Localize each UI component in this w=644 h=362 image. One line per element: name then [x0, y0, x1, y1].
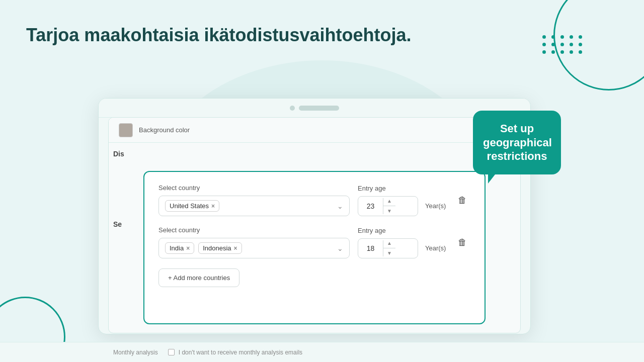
country-tag-us: United States ×: [165, 200, 219, 212]
color-swatch[interactable]: [119, 123, 133, 137]
age-input-1: 23 ▲ ▼: [358, 196, 418, 216]
monthly-analysis-label: Monthly analysis: [113, 349, 158, 356]
geo-row-1-right: Entry age 23 ▲ ▼ Year(s) 🗑: [358, 185, 471, 216]
country-select-1-arrow: ⌄: [337, 202, 343, 210]
monthly-checkbox-label: I don't want to receive monthly analysis…: [179, 349, 302, 356]
monthly-checkbox-area: I don't want to receive monthly analysis…: [168, 349, 302, 356]
country-select-2[interactable]: India × Indonesia × ⌄: [158, 238, 350, 258]
display-label: Dis: [113, 150, 124, 158]
country-tag-indonesia-remove[interactable]: ×: [234, 245, 237, 252]
select-country-label-2: Select country: [158, 226, 350, 234]
add-more-countries-button[interactable]: + Add more countries: [158, 268, 239, 287]
delete-row-1[interactable]: 🗑: [454, 192, 471, 209]
geo-restrictions-panel: Select country United States × ⌄ Entry a…: [143, 171, 486, 324]
page-heading: Tarjoa maakohtaisia ikätodistusvaihtoeht…: [26, 24, 412, 46]
geo-row-2: Select country India × Indonesia × ⌄ Ent…: [158, 226, 470, 258]
bottom-bar: Monthly analysis I don't want to receive…: [0, 342, 644, 362]
entry-age-label-2: Entry age: [358, 227, 449, 234]
callout-tooltip: Set up geographical restrictions: [473, 111, 561, 174]
topbar-dot: [290, 106, 295, 111]
country-tag-us-remove[interactable]: ×: [211, 203, 215, 210]
age-number-2: 18: [358, 240, 383, 256]
age-input-2: 18 ▲ ▼: [358, 238, 418, 258]
country-tag-india: India ×: [165, 242, 194, 254]
age-up-2[interactable]: ▲: [383, 239, 395, 248]
age-spinners-2: ▲ ▼: [383, 239, 395, 258]
monthly-checkbox[interactable]: [168, 349, 175, 355]
dot-grid-decoration: [542, 35, 584, 54]
geo-row-1-left: Select country United States × ⌄: [158, 184, 350, 216]
entry-age-group-1: Entry age 23 ▲ ▼ Year(s): [358, 185, 449, 216]
color-label: Background color: [139, 126, 484, 134]
year-label-1: Year(s): [422, 202, 449, 210]
age-spinners-1: ▲ ▼: [383, 197, 395, 216]
inner-panel-top: Background color 0.5: [109, 118, 520, 143]
window-topbar: [99, 99, 530, 118]
country-tag-us-text: United States: [170, 202, 209, 210]
select-label: Se: [113, 220, 122, 228]
year-label-2: Year(s): [422, 244, 449, 252]
age-down-1[interactable]: ▼: [383, 206, 395, 216]
country-tag-indonesia-text: Indonesia: [203, 244, 231, 252]
entry-age-group-2: Entry age 18 ▲ ▼ Year(s): [358, 227, 449, 258]
country-tag-india-text: India: [170, 244, 184, 252]
age-down-2[interactable]: ▼: [383, 248, 395, 258]
delete-row-2[interactable]: 🗑: [454, 234, 471, 251]
geo-row-2-left: Select country India × Indonesia × ⌄: [158, 226, 350, 258]
callout-text: Set up geographical restrictions: [483, 122, 552, 162]
country-tag-indonesia: Indonesia ×: [198, 242, 242, 254]
country-select-2-arrow: ⌄: [337, 244, 343, 252]
age-up-1[interactable]: ▲: [383, 197, 395, 206]
country-select-1[interactable]: United States × ⌄: [158, 196, 350, 216]
geo-row-1: Select country United States × ⌄ Entry a…: [158, 184, 470, 216]
age-number-1: 23: [358, 198, 383, 214]
topbar-bar: [299, 106, 339, 111]
entry-age-label-1: Entry age: [358, 185, 449, 192]
country-tag-india-remove[interactable]: ×: [186, 245, 190, 252]
select-country-label-1: Select country: [158, 184, 350, 192]
geo-row-2-right: Entry age 18 ▲ ▼ Year(s) 🗑: [358, 227, 471, 258]
